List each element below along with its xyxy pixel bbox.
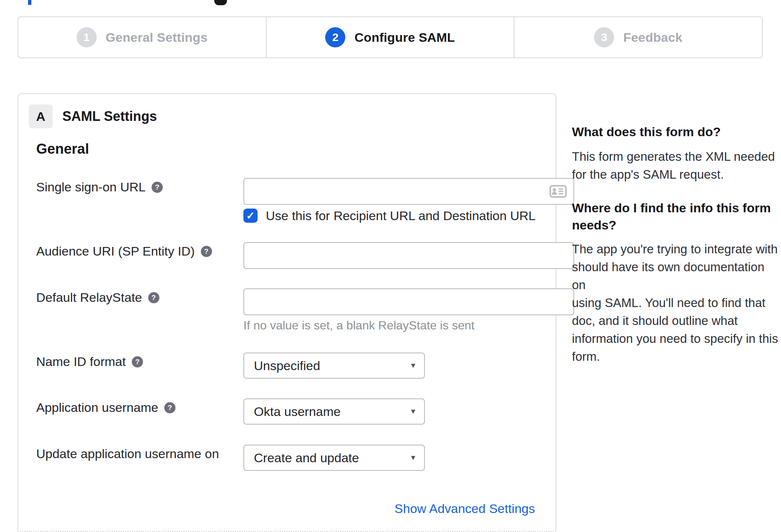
field-label-text: Update application username on [36,447,219,461]
update-application-username-select[interactable]: Create and update ▼ [243,445,425,471]
step-label: Feedback [623,30,682,45]
saml-settings-panel: A SAML Settings General Single sign-on U… [18,93,556,532]
single-sign-on-url-input[interactable] [243,178,574,205]
chevron-down-icon: ▼ [410,454,417,462]
step-general-settings[interactable]: 1 General Settings [18,17,266,57]
field-control [243,242,574,269]
field-label-text: Audience URI (SP Entity ID) [36,244,195,259]
show-advanced-settings-link[interactable]: Show Advanced Settings [395,501,535,516]
select-value: Unspecified [254,359,320,373]
field-name-id-format: Name ID format ? Unspecified ▼ [36,353,553,379]
help-sidebar: What does this form do? This form genera… [572,123,781,366]
chevron-down-icon: ▼ [410,407,417,416]
step-number-badge: 1 [77,27,97,47]
contact-card-icon [550,185,567,198]
field-label: Name ID format ? [36,353,143,370]
checkbox-label: Use this for Recipient URL and Destinati… [266,209,536,223]
default-relaystate-input[interactable] [243,288,574,315]
section-badge: A [29,104,53,128]
help-icon[interactable]: ? [132,356,143,367]
field-label: Audience URI (SP Entity ID) ? [36,242,212,260]
sidebar-heading-where: Where do I find the info this form needs… [572,199,781,234]
chevron-down-icon: ▼ [410,362,417,370]
field-label: Application username ? [36,398,175,416]
step-number: 2 [332,31,339,44]
relaystate-hint: If no value is set, a blank RelayState i… [243,319,474,332]
field-control [243,288,574,315]
wizard-stepper: 1 General Settings 2 Configure SAML 3 Fe… [18,16,763,58]
select-value: Okta username [254,404,340,419]
field-default-relaystate: Default RelayState ? If no value is set,… [36,288,553,352]
select-value: Create and update [254,451,359,465]
field-single-sign-on-url: Single sign-on URL ? [36,178,553,205]
help-icon[interactable]: ? [164,402,175,413]
field-label-text: Single sign-on URL [36,180,146,194]
field-label-text: Application username [36,400,158,415]
audience-uri-input[interactable] [243,242,574,269]
field-update-application-username: Update application username on Create an… [36,445,553,472]
sidebar-body-what: This form generates the XML needed for t… [572,148,781,184]
field-application-username: Application username ? Okta username ▼ [36,398,553,425]
step-label: Configure SAML [354,30,455,45]
recipient-url-checkbox[interactable]: ✓ [243,209,258,223]
clipped-header-fragment-blue [28,0,31,5]
help-icon[interactable]: ? [201,246,212,257]
help-icon[interactable]: ? [152,182,163,193]
step-feedback[interactable]: 3 Feedback [514,17,762,57]
field-label: Single sign-on URL ? [36,178,163,196]
field-label-text: Default RelayState [36,290,142,305]
field-label: Update application username on [36,445,219,463]
step-number: 1 [83,31,90,44]
field-audience-uri: Audience URI (SP Entity ID) ? [36,242,553,269]
name-id-format-select[interactable]: Unspecified ▼ [243,353,425,379]
application-username-select[interactable]: Okta username ▼ [243,398,425,425]
step-number: 3 [601,31,607,44]
recipient-url-checkbox-row: ✓ Use this for Recipient URL and Destina… [36,209,553,223]
group-heading-general: General [36,141,89,157]
step-number-badge: 3 [594,27,614,47]
sidebar-heading-what: What does this form do? [572,123,781,140]
step-label: General Settings [106,30,208,45]
sidebar-body-where: The app you're trying to integrate with … [572,240,781,366]
step-number-badge: 2 [325,27,345,47]
step-configure-saml[interactable]: 2 Configure SAML [266,17,514,57]
panel-title: SAML Settings [62,104,157,128]
field-control [243,178,574,205]
clipped-header-fragment-dark [214,0,227,5]
help-icon[interactable]: ? [148,292,159,303]
field-label: Default RelayState ? [36,288,159,306]
field-label-text: Name ID format [36,354,126,369]
